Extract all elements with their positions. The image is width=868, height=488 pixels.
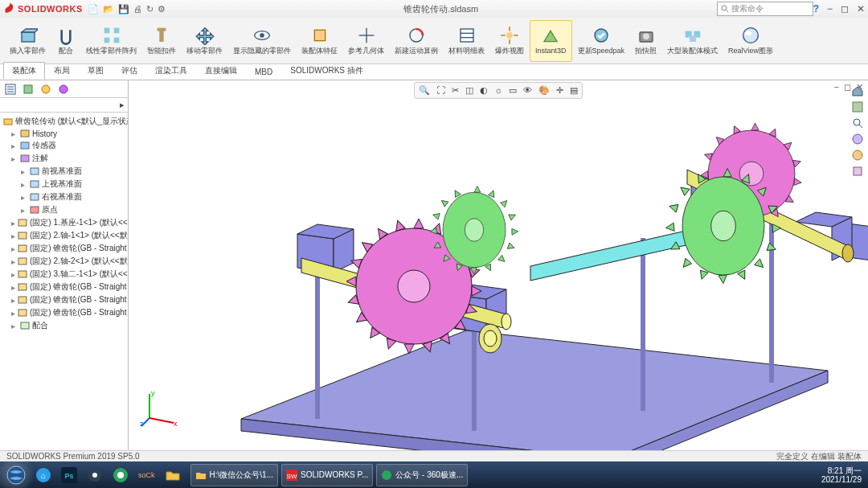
ribbon-bom[interactable]: 材料明细表	[444, 20, 489, 62]
tree-item-label: 传感器	[32, 140, 56, 151]
taskbar-running-1[interactable]: SWSOLIDWORKS P...	[281, 464, 373, 486]
ribbon-tab-4[interactable]: 渲染工具	[146, 62, 196, 80]
taskbar-app-ps[interactable]: Ps	[56, 464, 82, 486]
tree-item-10[interactable]: ▸(固定) 2.轴-2<1> (默认<<默认>_显...	[2, 255, 126, 268]
tree-expand-icon[interactable]: ▸	[21, 193, 27, 202]
ribbon-assembly-feat[interactable]: 装配体特征	[297, 20, 342, 62]
tree-item-3[interactable]: ▸前视基准面	[2, 165, 126, 178]
hud-appear-icon[interactable]: 🎨	[536, 84, 552, 96]
qa-new-icon[interactable]: 📄	[88, 4, 99, 14]
ribbon-instant3d[interactable]: Instant3D	[530, 20, 572, 62]
help-button[interactable]: ?	[813, 3, 819, 14]
graphics-viewport[interactable]: 🔍⛶✂◫◐☼▭👁🎨✛▤ − ◻ ✕	[129, 80, 868, 460]
ribbon-tab-0[interactable]: 装配体	[3, 62, 45, 80]
panel-expand-icon[interactable]: ▸	[120, 100, 125, 110]
ribbon-realview[interactable]: RealView图形	[723, 20, 778, 62]
hud-view-icon[interactable]: ◫	[463, 84, 476, 96]
feature-tree[interactable]: 锥齿轮传动 (默认<默认_显示状态-1>) ▸History▸传感器▸注解▸前视…	[0, 113, 128, 460]
ribbon-exploded[interactable]: 爆炸视图	[490, 20, 529, 62]
qa-options-icon[interactable]: ⚙	[158, 4, 166, 14]
tree-item-7[interactable]: ▸(固定) 1.基座-1<1> (默认<<默认...	[2, 216, 126, 229]
ribbon-match[interactable]: 配合	[51, 20, 80, 62]
qa-print-icon[interactable]: 🖨	[133, 4, 142, 14]
hud-section-icon[interactable]: ✂	[449, 84, 461, 96]
tree-expand-icon[interactable]: ▸	[11, 141, 18, 150]
tree-item-2[interactable]: ▸注解	[2, 152, 126, 165]
tree-expand-icon[interactable]: ▸	[11, 154, 18, 163]
ribbon-new-motion[interactable]: 新建运动算例	[390, 20, 443, 62]
maximize-button[interactable]: ◻	[841, 3, 849, 14]
tree-item-13[interactable]: ▸(固定) 锥齿轮(GB - Straight bevel ...	[2, 293, 126, 306]
tree-expand-icon[interactable]: ▸	[11, 309, 15, 318]
tree-item-15[interactable]: ▸配合	[2, 319, 126, 332]
hud-sheet-icon[interactable]: ▤	[567, 84, 580, 96]
taskbar-clock[interactable]: 8:21 周一 2021/11/29	[821, 466, 866, 484]
qa-rebuild-icon[interactable]: ↻	[146, 4, 154, 14]
tree-expand-icon[interactable]: ▸	[21, 167, 27, 176]
hud-hide-icon[interactable]: 👁	[521, 84, 534, 96]
taskbar-app-1[interactable]: ⌂	[31, 464, 56, 486]
feature-panel-tabs[interactable]	[0, 80, 128, 98]
tree-expand-icon[interactable]: ▸	[11, 322, 18, 330]
taskbar-running-2[interactable]: 公众号 - 360极速...	[376, 464, 468, 486]
tree-item-0[interactable]: ▸History	[2, 128, 126, 139]
tree-expand-icon[interactable]: ▸	[11, 257, 15, 266]
tree-expand-icon[interactable]: ▸	[11, 283, 15, 292]
ribbon-tab-2[interactable]: 草图	[79, 62, 113, 80]
search-input[interactable]: 搜索命令	[717, 2, 813, 16]
hud-style-icon[interactable]: ◐	[477, 84, 490, 96]
tree-expand-icon[interactable]: ▸	[11, 244, 15, 253]
qa-save-icon[interactable]: 💾	[118, 4, 129, 14]
tree-item-4[interactable]: ▸上视基准面	[2, 178, 126, 191]
taskbar-app-sock[interactable]: soCk	[133, 464, 160, 486]
hud-persp-icon[interactable]: ▭	[506, 84, 519, 96]
ribbon-large-assembly[interactable]: 大型装配体模式	[662, 20, 723, 62]
qa-open-icon[interactable]: 📂	[103, 4, 114, 14]
tree-item-5[interactable]: ▸右视基准面	[2, 191, 126, 203]
tree-expand-icon[interactable]: ▸	[21, 206, 27, 215]
ribbon-take-snapshot[interactable]: 拍快照	[630, 20, 661, 62]
hud-fit-icon[interactable]: ⛶	[434, 84, 448, 96]
tree-expand-icon[interactable]: ▸	[21, 180, 27, 189]
hud-scene-icon[interactable]: ☼	[492, 84, 505, 96]
ribbon-tab-3[interactable]: 评估	[113, 62, 146, 80]
ribbon-ref-geom[interactable]: 参考几何体	[343, 20, 389, 62]
hud-axis-icon[interactable]: ✛	[554, 84, 566, 96]
ribbon-tab-6[interactable]: MBD	[246, 64, 281, 80]
task-pane-tabs[interactable]	[850, 84, 865, 178]
windows-taskbar[interactable]: ⌂ Ps soCk H:\微信公众号\1...SWSOLIDWORKS P...…	[0, 461, 868, 488]
tree-expand-icon[interactable]: ▸	[11, 296, 15, 305]
ribbon-insert-component[interactable]: 插入零部件	[5, 20, 51, 62]
ribbon-tab-7[interactable]: SOLIDWORKS 插件	[281, 62, 372, 80]
tree-expand-icon[interactable]: ▸	[11, 270, 15, 279]
ribbon-tab-1[interactable]: 布局	[45, 62, 79, 80]
close-button[interactable]: ✕	[857, 3, 865, 14]
taskbar-running-0[interactable]: H:\微信公众号\1...	[190, 464, 278, 486]
tree-item-6[interactable]: ▸原点	[2, 203, 126, 216]
ribbon-move-component[interactable]: 移动零部件	[182, 20, 227, 62]
start-button[interactable]	[2, 464, 31, 486]
tree-item-9[interactable]: ▸(固定) 锥齿轮(GB - Straight bevel ...	[2, 242, 126, 255]
ribbon-smart-fasteners[interactable]: 智能扣件	[142, 20, 181, 62]
orientation-triad[interactable]: y x z	[140, 388, 180, 428]
minimize-button[interactable]: −	[827, 3, 833, 14]
tree-root[interactable]: 锥齿轮传动 (默认<默认_显示状态-1>)	[2, 115, 126, 128]
tree-item-1[interactable]: ▸传感器	[2, 139, 126, 152]
tree-expand-icon[interactable]: ▸	[11, 129, 18, 138]
ribbon-tab-5[interactable]: 直接编辑	[196, 62, 246, 80]
heads-up-toolbar[interactable]: 🔍⛶✂◫◐☼▭👁🎨✛▤	[414, 82, 583, 99]
taskbar-app-folder[interactable]	[160, 464, 186, 486]
vp-min-icon[interactable]: −	[834, 82, 839, 92]
tree-item-12[interactable]: ▸(固定) 锥齿轮(GB - Straight bevel ...	[2, 281, 126, 293]
tree-expand-icon[interactable]: ▸	[11, 232, 15, 240]
ribbon-linear-pattern[interactable]: 线性零部件阵列	[81, 20, 141, 62]
tree-expand-icon[interactable]: ▸	[11, 219, 15, 228]
tree-item-14[interactable]: ▸(固定) 锥齿轮(GB - Straight bevel ...	[2, 306, 126, 319]
taskbar-app-gear[interactable]	[82, 464, 108, 486]
hud-zoom-icon[interactable]: 🔍	[416, 84, 432, 96]
ribbon-show-hidden[interactable]: 显示隐藏的零部件	[228, 20, 296, 62]
ribbon-update-speedpak[interactable]: 更新Speedpak	[573, 20, 630, 62]
taskbar-app-browser[interactable]	[108, 464, 133, 486]
tree-item-11[interactable]: ▸(固定) 3.轴二-1<1> (默认<<默认>_...	[2, 268, 126, 281]
tree-item-8[interactable]: ▸(固定) 2.轴-1<1> (默认<<默认>_显...	[2, 229, 126, 242]
